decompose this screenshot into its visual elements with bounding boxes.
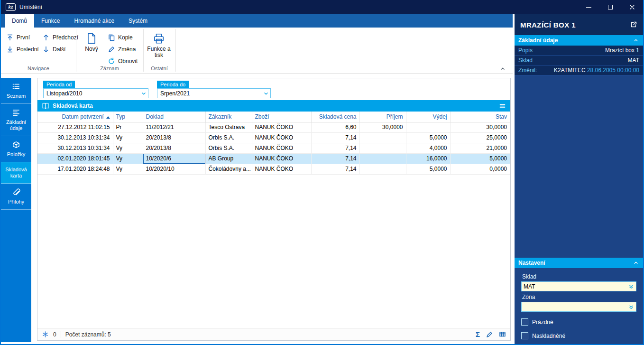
column-header-x[interactable] — [37, 112, 50, 122]
chevron-up-icon[interactable] — [633, 37, 639, 44]
cell[interactable]: 30,0000 — [450, 122, 510, 132]
cell[interactable]: 02.01.2020 18:01:45 — [50, 153, 113, 164]
cell[interactable]: Pr — [113, 122, 143, 132]
cell[interactable]: 7,14 — [311, 164, 359, 174]
open-external-icon[interactable] — [630, 21, 637, 28]
prvn-button[interactable]: První — [5, 32, 31, 43]
maximize-button[interactable] — [599, 0, 621, 14]
column-header-v-dej[interactable]: Výdej — [406, 112, 450, 122]
table-scroll-area[interactable]: Datum potvrzeníTypDokladZákazníkZbožíSkl… — [37, 112, 510, 328]
cell[interactable]: 20/2013/8 — [143, 143, 205, 153]
checkbox-box[interactable] — [521, 318, 528, 326]
cell[interactable] — [359, 132, 406, 143]
cell[interactable]: 6,60 — [311, 122, 359, 132]
section-settings-header[interactable]: Nastavení — [515, 258, 643, 268]
minimize-button[interactable] — [578, 0, 599, 14]
cell[interactable]: 21,0000 — [450, 143, 510, 153]
checkbox-row-naskladn-n[interactable]: Naskladněné — [521, 332, 636, 339]
cell[interactable]: 20/2013/8 — [143, 132, 205, 143]
cell[interactable]: Vy — [113, 132, 143, 143]
sidebar-item-polo-ky[interactable]: Položky — [1, 136, 31, 162]
cell[interactable]: 11/2012/21 — [143, 122, 205, 132]
chevron-down-icon[interactable] — [263, 90, 269, 97]
sklad-input[interactable] — [524, 283, 628, 290]
sidebar-item-p-lohy[interactable]: Přílohy — [1, 184, 31, 210]
dropdown-icon[interactable] — [628, 304, 635, 310]
checkbox-box[interactable] — [521, 332, 528, 339]
kopie-button[interactable]: Kopie — [106, 32, 134, 43]
checkbox-row-pr-zdn[interactable]: Prázdné — [521, 318, 636, 326]
cell[interactable]: NANUK ČOKO — [252, 132, 311, 143]
table-row[interactable]: 02.01.2020 18:01:45Vy10/2020/6AB GroupNA… — [37, 153, 510, 164]
column-header-zbo[interactable]: Zboží — [252, 112, 311, 122]
cell[interactable]: 10/2020/6 — [143, 153, 205, 164]
cell[interactable]: Vy — [113, 153, 143, 164]
cell[interactable] — [37, 122, 50, 132]
cell[interactable] — [37, 164, 50, 174]
chevron-down-icon[interactable] — [140, 90, 147, 97]
cell[interactable] — [37, 143, 50, 153]
table-row[interactable]: 17.01.2020 18:24:48Vy10/2020/10Čokoládov… — [37, 164, 510, 174]
table-menu-icon[interactable] — [499, 103, 506, 110]
tab-dom[interactable]: Domů — [5, 14, 34, 28]
cell[interactable]: 5,0000 — [406, 132, 450, 143]
column-header-stav[interactable]: Stav — [450, 112, 510, 122]
cell[interactable]: 30,0000 — [359, 122, 406, 132]
cell[interactable]: 4,0000 — [406, 143, 450, 153]
cell[interactable]: 10/2020/10 — [143, 164, 205, 174]
chevron-up-icon[interactable] — [633, 260, 639, 266]
column-header-p-jem[interactable]: Příjem — [359, 112, 406, 122]
cell[interactable]: Orbis S.A. — [205, 143, 252, 153]
zm-na-button[interactable]: Změna — [106, 44, 137, 55]
cell[interactable]: 5,0000 — [450, 153, 510, 164]
cell[interactable] — [359, 153, 406, 164]
cell[interactable]: NANUK ČOKO — [252, 122, 311, 132]
cell[interactable]: 0,0000 — [450, 164, 510, 174]
cell[interactable]: 27.12.2012 11:02:15 — [50, 122, 113, 132]
sklad-combo[interactable] — [521, 281, 636, 291]
cell[interactable] — [37, 153, 50, 164]
cell[interactable]: 7,14 — [311, 153, 359, 164]
column-header-z-kazn-k[interactable]: Zákazník — [205, 112, 252, 122]
cell[interactable]: 30.12.2013 10:31:34 — [50, 132, 113, 143]
section-basic-header[interactable]: Základní údaje — [515, 35, 643, 46]
cell[interactable] — [37, 132, 50, 143]
cell[interactable]: 17.01.2020 18:24:48 — [50, 164, 113, 174]
cell[interactable]: NANUK ČOKO — [252, 153, 311, 164]
z-na-combo[interactable] — [521, 302, 636, 312]
cell[interactable]: Orbis S.A. — [205, 132, 252, 143]
cell[interactable]: 7,14 — [311, 143, 359, 153]
cell[interactable]: Čokoládovny a... — [205, 164, 252, 174]
table-settings-icon[interactable] — [499, 331, 506, 338]
cell[interactable] — [406, 122, 450, 132]
cell[interactable]: Tesco Ostrava — [205, 122, 252, 132]
column-header-typ[interactable]: Typ — [113, 112, 143, 122]
cell[interactable]: NANUK ČOKO — [252, 143, 311, 153]
close-button[interactable] — [621, 0, 643, 14]
dropdown-icon[interactable] — [628, 283, 635, 290]
cell[interactable]: AB Group — [205, 153, 252, 164]
table-row[interactable]: 27.12.2012 11:02:15Pr11/2012/21Tesco Ost… — [37, 122, 510, 132]
sidebar-item-seznam[interactable]: Seznam — [1, 78, 31, 104]
posledn-button[interactable]: Poslední — [5, 44, 40, 55]
table-row[interactable]: 30.12.2013 10:31:34Vy20/2013/8Orbis S.A.… — [37, 132, 510, 143]
sidebar-item-z-kladn-daje[interactable]: Základní údaje — [1, 104, 31, 136]
edit-icon[interactable] — [486, 331, 493, 338]
column-header-doklad[interactable]: Doklad — [143, 112, 205, 122]
cell[interactable]: 7,14 — [311, 132, 359, 143]
cell[interactable]: NANUK ČOKO — [252, 164, 311, 174]
ribbon-collapse-icon[interactable] — [499, 65, 506, 72]
p-edchoz-button[interactable]: Předchozí — [41, 32, 80, 43]
column-header-datum-potvrzen[interactable]: Datum potvrzení — [50, 112, 113, 122]
cell[interactable]: Vy — [113, 164, 143, 174]
cell[interactable]: 25,0000 — [450, 132, 510, 143]
tab-funkce[interactable]: Funkce — [34, 14, 67, 28]
z-na-input[interactable] — [524, 304, 628, 310]
new-record-button[interactable]: Nový — [80, 30, 103, 66]
period-to-combo[interactable]: Srpen/2021 — [157, 88, 271, 98]
tab-syst-m[interactable]: Systém — [121, 14, 155, 28]
period-from-combo[interactable]: Listopad/2010 — [43, 88, 148, 98]
table-row[interactable]: 30.12.2013 10:31:34Vy20/2013/8Orbis S.A.… — [37, 143, 510, 153]
obnovit-button[interactable]: Obnovit — [106, 56, 139, 66]
sum-icon[interactable]: Σ — [476, 330, 480, 338]
